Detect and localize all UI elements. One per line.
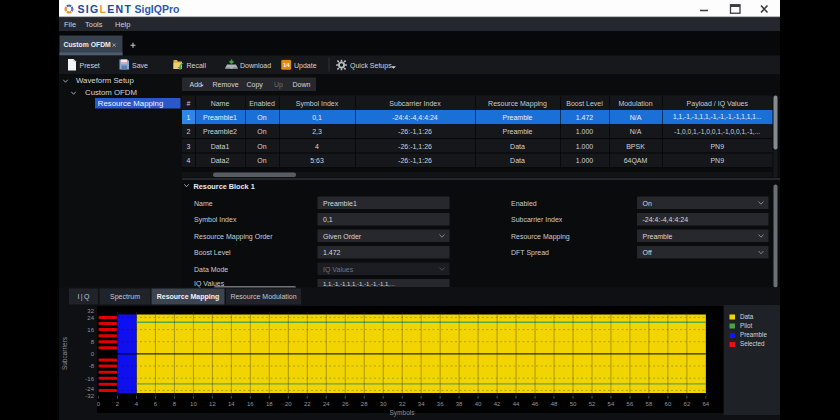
svg-text:24: 24: [323, 401, 330, 407]
svg-text:30: 30: [380, 401, 387, 407]
svg-text:40: 40: [475, 401, 482, 407]
svg-text:46: 46: [532, 401, 539, 407]
svg-text:38: 38: [456, 401, 463, 407]
svg-text:34: 34: [418, 401, 425, 407]
svg-text:62: 62: [684, 401, 691, 407]
svg-text:4: 4: [135, 401, 139, 407]
svg-text:58: 58: [646, 401, 653, 407]
svg-text:52: 52: [589, 401, 596, 407]
svg-text:60: 60: [665, 401, 672, 407]
svg-text:14: 14: [228, 401, 235, 407]
svg-text:2: 2: [116, 401, 120, 407]
svg-text:12: 12: [209, 401, 216, 407]
svg-text:16: 16: [247, 401, 254, 407]
svg-text:44: 44: [513, 401, 520, 407]
svg-text:26: 26: [342, 401, 349, 407]
svg-text:50: 50: [570, 401, 577, 407]
svg-text:8: 8: [173, 401, 177, 407]
svg-text:6: 6: [154, 401, 158, 407]
svg-text:22: 22: [304, 401, 311, 407]
svg-text:18: 18: [266, 401, 273, 407]
svg-text:28: 28: [361, 401, 368, 407]
svg-text:36: 36: [437, 401, 444, 407]
svg-text:14: 14: [283, 62, 290, 68]
svg-text:64: 64: [703, 401, 710, 407]
svg-text:54: 54: [608, 401, 615, 407]
svg-text:48: 48: [551, 401, 558, 407]
svg-text:32: 32: [399, 401, 406, 407]
svg-text:20: 20: [285, 401, 292, 407]
svg-text:0: 0: [97, 401, 101, 407]
svg-text:10: 10: [190, 401, 197, 407]
svg-text:42: 42: [494, 401, 501, 407]
svg-text:56: 56: [627, 401, 634, 407]
